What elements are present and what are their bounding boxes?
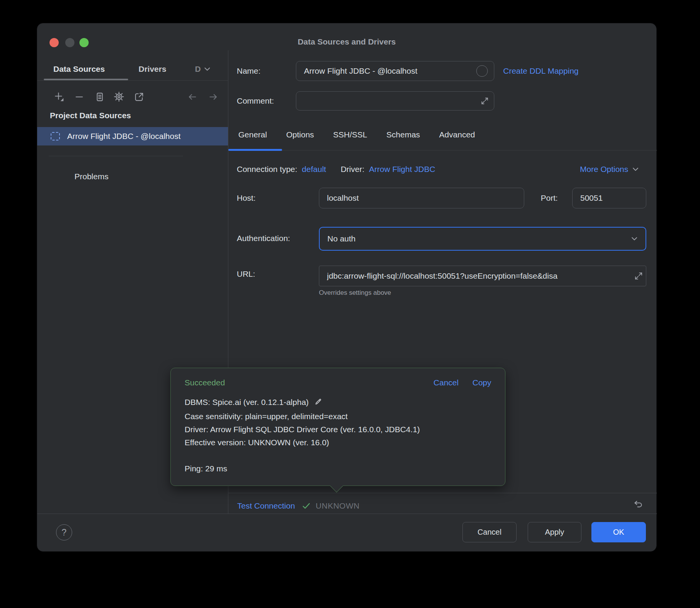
tab-data-sources-active-indicator [44,79,128,80]
expand-url-icon[interactable] [633,271,644,283]
test-connection-link[interactable]: Test Connection [237,501,295,511]
remove-icon [74,92,84,102]
url-hint: Overrides settings above [319,289,391,297]
remove-data-source-button[interactable] [73,90,86,103]
popup-pointer [330,479,343,492]
port-input[interactable]: 50051 [572,188,646,208]
question-mark-icon: ? [62,527,67,538]
authentication-label: Authentication: [237,234,290,243]
back-arrow-icon [187,92,198,102]
driver-value[interactable]: Arrow Flight JDBC [369,165,436,174]
chevron-down-icon [630,235,639,243]
sidebar-item-problems[interactable]: Problems [74,172,109,181]
tab-schemas[interactable]: Schemas [386,130,420,139]
revert-button[interactable] [631,498,644,511]
host-value: localhost [327,193,359,203]
popup-dbms-line: DBMS: Spice.ai (ver. 0.12.1-alpha) [185,396,491,410]
add-icon [54,92,64,102]
name-color-indicator-icon[interactable] [476,65,488,77]
open-in-editor-button[interactable] [132,90,145,103]
popup-copy-link[interactable]: Copy [472,378,491,387]
url-value: jdbc:arrow-flight-sql://localhost:50051?… [327,271,558,281]
forward-button[interactable] [206,90,220,103]
duplicate-icon [94,92,105,102]
edit-version-icon[interactable] [314,397,322,410]
create-ddl-mapping-link[interactable]: Create DDL Mapping [503,66,579,76]
popup-cancel-link[interactable]: Cancel [434,378,459,387]
tab-general-active-indicator [228,149,282,151]
sidebar-list-divider [49,156,183,156]
connection-result-text: UNKNOWN [316,501,360,511]
status-row-divider [228,493,657,493]
duplicate-button[interactable] [93,90,106,103]
export-icon [134,92,144,102]
tab-drivers[interactable]: Drivers [139,64,166,74]
footer-divider [37,514,657,514]
popup-ping-line: Ping: 29 ms [185,462,491,475]
apply-button[interactable]: Apply [528,522,581,542]
screen: Data Sources and Drivers Data Sources Dr… [0,0,700,608]
expand-comment-icon[interactable] [480,96,489,107]
tab-ssh-ssl[interactable]: SSH/SSL [333,130,367,139]
tab-ddl-mappings-truncated[interactable]: D [195,64,201,74]
authentication-value: No auth [327,234,356,243]
data-source-icon [51,132,60,140]
comment-label: Comment: [237,96,274,106]
help-button[interactable]: ? [56,524,72,540]
name-input[interactable]: Arrow Flight JDBC - @localhost [296,61,494,81]
gear-icon [114,91,124,102]
undo-icon [632,499,643,510]
authentication-select[interactable]: No auth [319,227,646,251]
tab-advanced[interactable]: Advanced [439,130,475,139]
port-label: Port: [541,193,558,203]
data-source-properties-button[interactable] [112,90,125,103]
more-options[interactable]: More Options [580,165,640,174]
data-source-item-selected[interactable]: Arrow Flight JDBC - @localhost [37,127,228,145]
forward-arrow-icon [208,92,218,102]
tab-data-sources[interactable]: Data Sources [53,64,105,74]
tab-general[interactable]: General [238,130,267,139]
popup-driver-line: Driver: Arrow Flight SQL JDBC Driver Cor… [185,423,491,436]
chevron-down-icon [631,165,640,173]
project-data-sources-header: Project Data Sources [50,111,131,120]
test-connection-popup: Succeeded Cancel Copy DBMS: Spice.ai (ve… [170,368,505,486]
check-icon [301,501,311,511]
name-value: Arrow Flight JDBC - @localhost [304,66,418,76]
tabs-divider [228,150,657,150]
settings-tabs: General Options SSH/SSL Schemas Advanced [238,130,475,139]
popup-case-line: Case sensitivity: plain=upper, delimited… [185,410,491,423]
chevron-down-icon[interactable] [203,65,211,73]
back-button[interactable] [186,90,199,103]
data-source-item-label: Arrow Flight JDBC - @localhost [67,132,181,141]
host-input[interactable]: localhost [319,188,524,208]
window-title: Data Sources and Drivers [37,37,656,46]
tab-options[interactable]: Options [286,130,314,139]
sidebar-tabstrip-border [37,80,228,81]
ok-button[interactable]: OK [591,522,646,542]
driver-label: Driver: [341,165,365,174]
popup-version-line: Effective version: UNKNOWN (ver. 16.0) [185,436,491,449]
name-label: Name: [237,66,261,76]
connection-type-value[interactable]: default [302,165,326,174]
popup-status: Succeeded [185,378,225,387]
more-options-label[interactable]: More Options [580,165,628,174]
connection-type-row: Connection type: default Driver: Arrow F… [237,165,435,174]
connection-type-label: Connection type: [237,165,297,174]
add-data-source-button[interactable] [53,90,66,103]
data-sources-dialog: Data Sources and Drivers Data Sources Dr… [37,23,657,552]
status-row: Test Connection UNKNOWN [237,498,360,514]
port-value: 50051 [580,193,603,203]
host-label: Host: [237,193,256,203]
url-label: URL: [237,269,255,279]
url-input[interactable]: jdbc:arrow-flight-sql://localhost:50051?… [319,266,646,286]
cancel-button[interactable]: Cancel [462,522,517,542]
comment-input[interactable] [296,91,494,111]
